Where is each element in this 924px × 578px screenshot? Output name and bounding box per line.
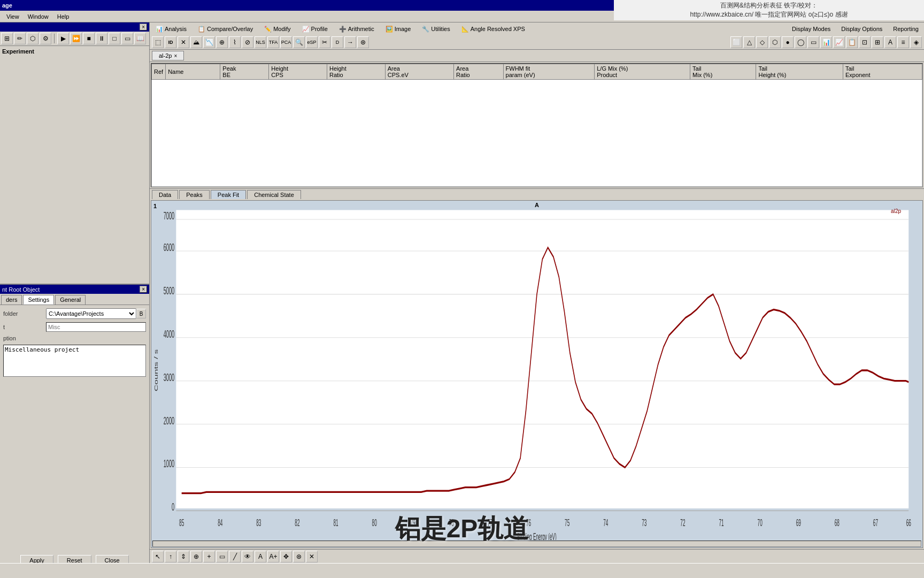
col-peak-be: PeakBE [220,64,269,80]
rect-icon[interactable]: ▭ [121,33,133,44]
eye-icon[interactable]: 👁 [242,551,253,562]
menu-modify[interactable]: ✏️ Modify [260,24,294,34]
id-icon[interactable]: ID [165,36,176,48]
tool3-icon[interactable]: ⊘ [242,36,253,48]
pencil-icon[interactable]: ✏ [14,33,26,44]
right-tool14[interactable]: ≡ [897,36,909,48]
folder-browse-button[interactable]: B [136,309,146,318]
tool2-icon[interactable]: ⌇ [229,36,241,48]
tool-extra[interactable]: ⊛ [357,36,369,48]
forward-icon[interactable]: ⏩ [70,33,82,44]
text-icon[interactable]: A [255,551,266,562]
tfa-icon[interactable]: TFA [267,36,279,48]
square-icon[interactable]: □ [109,33,120,44]
x-delete-icon[interactable]: ✕ [306,551,318,562]
folder-dropdown[interactable]: C:\Avantage\Projects [46,308,136,319]
pca-icon[interactable]: PCA [280,36,292,48]
menu-angle-resolved[interactable]: 📐 Angle Resolved XPS [458,24,528,34]
menu-display-options[interactable]: Display Options [838,25,886,33]
right-tool11[interactable]: ⊡ [859,36,871,48]
right-toolbar: 📊 Analysis 📋 Compare/Overlay ✏️ Modify [150,22,924,50]
arrow-icon[interactable]: → [344,36,356,48]
text-plus-icon[interactable]: A+ [267,551,279,562]
esp-icon[interactable]: eSP [306,36,318,48]
menu-image[interactable]: 🖼️ Image [382,24,414,34]
tab-ders[interactable]: ders [1,295,22,305]
plus-icon[interactable]: + [203,551,215,562]
right-tool15[interactable]: ◈ [910,36,922,48]
stop-icon[interactable]: ■ [83,33,95,44]
nls-icon[interactable]: NLS [255,36,266,48]
left-panel: × ⊞ ✏ ⬡ ⚙ ▶ ⏩ ■ ⏸ □ ▭ 📖 Experiment [0,22,150,578]
right-tool10[interactable]: 📋 [846,36,858,48]
col-tail-exp: TailExponent [843,64,922,80]
grid-icon[interactable]: ⊞ [1,33,13,44]
menu-utilities[interactable]: 🔧 Utilities [418,24,453,34]
tool1-icon[interactable]: ⊕ [216,36,228,48]
move-icon[interactable]: ✥ [280,551,292,562]
tab-chemical-state[interactable]: Chemical State [247,190,301,199]
right-tool7[interactable]: ▭ [807,36,819,48]
rect-sel-icon[interactable]: ▭ [216,551,228,562]
chart2-icon[interactable]: 📉 [203,36,215,48]
right-tool3[interactable]: ◇ [756,36,768,48]
menu-arithmetic[interactable]: ➕ Arithmetic [335,24,378,34]
table-row-empty [152,80,922,187]
d-icon[interactable]: D [332,36,343,48]
image-icon: 🖼️ [385,25,394,33]
menu-display-modes[interactable]: Display Modes [789,25,834,33]
right-tool2[interactable]: △ [743,36,755,48]
right-tool6[interactable]: ◯ [795,36,806,48]
description-textarea[interactable] [3,345,146,377]
scissors-icon[interactable]: ✂ [319,36,330,48]
menu-reporting[interactable]: Reporting [890,25,922,33]
file-tab-close-icon[interactable]: × [174,53,177,59]
right-tool13[interactable]: A [884,36,896,48]
x-icon[interactable]: ✕ [178,36,189,48]
right-tool1[interactable]: ⬜ [730,36,742,48]
svg-text:Counts / s: Counts / s [154,349,159,391]
play-icon[interactable]: ▶ [57,33,69,44]
menu-view[interactable]: View [2,12,24,21]
select-tool-icon[interactable]: ↖ [152,551,164,562]
tab-general[interactable]: General [55,295,86,305]
menu-analysis[interactable]: 📊 Analysis [152,24,190,34]
tab-settings[interactable]: Settings [23,295,54,305]
menu-window[interactable]: Window [24,12,53,21]
right-tool4[interactable]: ⬡ [769,36,781,48]
left-bottom-title: nt Root Object [2,286,40,293]
watermark: 百测网&结构分析表征 铁字/校对： http://www.zkbaice.cn/… [614,0,924,20]
plus-arrows-icon[interactable]: ⊕ [190,551,202,562]
right-tool8[interactable]: 📊 [820,36,832,48]
right-tool5[interactable]: ● [782,36,794,48]
arrows-icon[interactable]: ⇕ [178,551,189,562]
magnify-icon[interactable]: 🔍 [293,36,305,48]
arrow-up-icon[interactable]: ↑ [165,551,176,562]
right-tool9[interactable]: 📈 [833,36,845,48]
book-icon[interactable]: 📖 [134,33,146,44]
left-top-close-button[interactable]: × [140,24,147,31]
chart-row-num: 1 [153,203,157,209]
left-bottom-close-button[interactable]: × [140,286,147,293]
toolbar-row2: ⬚ ID ✕ ⛰ 📉 ⊕ ⌇ ⊘ NLS TFA PCA 🔍 eSP ✂ D → [150,35,924,49]
file-tab-row: al-2p × [150,50,924,62]
tab-peaks[interactable]: Peaks [179,190,210,199]
file-tab-al2p[interactable]: al-2p × [152,51,184,60]
right-tool12[interactable]: ⊞ [872,36,883,48]
menu-compare[interactable]: 📋 Compare/Overlay [194,24,256,34]
t-input[interactable] [46,322,146,332]
col-area-ratio: AreaRatio [454,64,503,80]
cursor2-icon[interactable]: ⬚ [152,36,164,48]
menu-help[interactable]: Help [53,12,74,21]
tab-data[interactable]: Data [152,190,178,199]
bottom-toolbar: ↖ ↑ ⇕ ⊕ + ▭ ╱ 👁 A A+ ✥ ⊛ ✕ [150,549,924,564]
menu-profile[interactable]: 📈 Profile [298,24,331,34]
diagonal-icon[interactable]: ╱ [229,551,241,562]
mountain-icon[interactable]: ⛰ [190,36,202,48]
pause-icon[interactable]: ⏸ [96,33,107,44]
chart-scrollbar[interactable] [152,541,921,547]
tab-peak-fit[interactable]: Peak Fit [211,190,246,199]
gear-icon[interactable]: ⚙ [40,33,51,44]
cursor-icon[interactable]: ⬡ [27,33,38,44]
crosshair-icon[interactable]: ⊛ [293,551,305,562]
